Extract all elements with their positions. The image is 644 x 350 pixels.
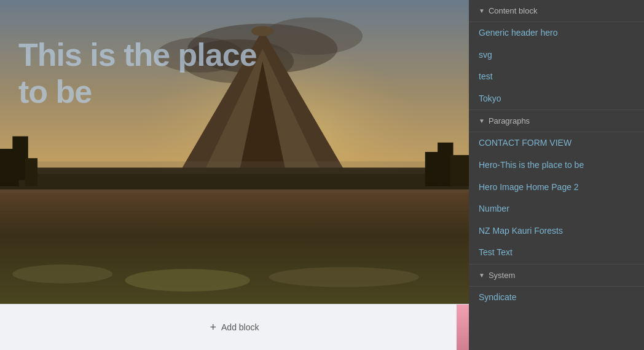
svg-point-4 xyxy=(262,17,363,55)
sidebar-section-header-paragraphs[interactable]: ▼ Paragraphs xyxy=(469,110,644,132)
sidebar-item-test-text[interactable]: Test Text xyxy=(469,242,644,264)
add-block-label: Add block xyxy=(221,322,259,332)
sidebar-item-svg[interactable]: svg xyxy=(469,44,644,66)
sidebar-item-number[interactable]: Number xyxy=(469,198,644,220)
svg-point-16 xyxy=(12,264,112,284)
svg-rect-22 xyxy=(25,158,37,186)
svg-rect-25 xyxy=(450,155,469,186)
sidebar-item-test[interactable]: test xyxy=(469,66,644,88)
sidebar-item-nz-map-kauri-forests[interactable]: NZ Map Kauri Forests xyxy=(469,220,644,242)
sidebar-section-header-system[interactable]: ▼ System xyxy=(469,264,644,287)
sidebar: ▼ Content block Generic header hero svg … xyxy=(469,0,644,350)
sidebar-item-generic-header-hero[interactable]: Generic header hero xyxy=(469,22,644,44)
svg-point-18 xyxy=(269,267,418,287)
add-block-bar: + Add block xyxy=(0,304,469,350)
svg-point-9 xyxy=(251,26,274,36)
content-block-triangle: ▼ xyxy=(479,7,485,14)
sidebar-section-header-content-block[interactable]: ▼ Content block xyxy=(469,0,644,22)
sidebar-item-hero-this-is-the-place[interactable]: Hero-This is the place to be xyxy=(469,154,644,177)
svg-rect-19 xyxy=(0,161,469,193)
sidebar-section-system: ▼ System Syndicate xyxy=(469,264,644,309)
main-content: This is the place to be + Add block xyxy=(0,0,469,350)
plus-icon: + xyxy=(210,321,217,334)
system-triangle: ▼ xyxy=(479,272,485,279)
sidebar-item-syndicate[interactable]: Syndicate xyxy=(469,287,644,309)
paragraphs-header-label: Paragraphs xyxy=(489,116,530,125)
bottom-right-accent xyxy=(457,304,469,350)
sidebar-item-contact-form-view[interactable]: CONTACT FORM VIEW xyxy=(469,132,644,154)
content-block-header-label: Content block xyxy=(489,6,538,15)
paragraphs-triangle: ▼ xyxy=(479,117,485,124)
add-block-button[interactable]: + Add block xyxy=(200,316,269,339)
svg-point-17 xyxy=(125,269,249,292)
sidebar-item-tokyo[interactable]: Tokyo xyxy=(469,88,644,110)
sidebar-section-paragraphs: ▼ Paragraphs CONTACT FORM VIEW Hero-This… xyxy=(469,110,644,264)
sidebar-section-content-block: ▼ Content block Generic header hero svg … xyxy=(469,0,644,109)
sidebar-item-hero-image-home-page[interactable]: Hero Image Home Page 2 xyxy=(469,177,644,199)
system-header-label: System xyxy=(489,271,515,280)
hero-text: This is the place to be xyxy=(18,37,264,111)
hero-area: This is the place to be xyxy=(0,0,469,304)
